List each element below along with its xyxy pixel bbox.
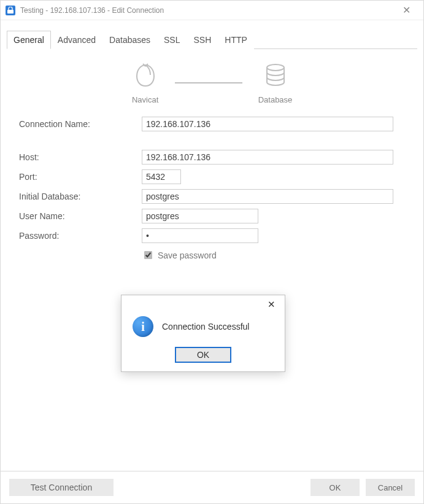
dialog-ok-button[interactable]: OK: [175, 347, 231, 363]
port-label: Port:: [19, 172, 142, 182]
cancel-button[interactable]: Cancel: [366, 479, 415, 496]
tab-ssh[interactable]: SSH: [187, 31, 218, 49]
password-label: Password:: [19, 231, 142, 241]
tab-bar: General Advanced Databases SSL SSH HTTP: [7, 30, 417, 48]
dialog-close-button[interactable]: ✕: [263, 296, 280, 313]
connection-form: Connection Name: Host: Port: Initial Dat…: [7, 117, 417, 261]
host-input[interactable]: [142, 150, 393, 165]
user-name-input[interactable]: [142, 209, 258, 223]
app-icon: [6, 6, 15, 15]
save-password-label: Save password: [158, 250, 217, 260]
window-title: Testing - 192.168.107.136 - Edit Connect…: [20, 6, 164, 15]
host-label: Host:: [19, 152, 142, 162]
diagram-node-database: Database: [258, 61, 293, 104]
dialog-message: Connection Successful: [162, 322, 249, 331]
tab-advanced[interactable]: Advanced: [51, 31, 102, 49]
initial-database-label: Initial Database:: [19, 192, 142, 201]
connection-name-label: Connection Name:: [19, 119, 142, 129]
tab-panel-general: Navicat Database: [7, 48, 417, 471]
diagram-left-label: Navicat: [132, 95, 158, 104]
diagram-connector-line: [175, 82, 242, 83]
initial-database-input[interactable]: [142, 189, 393, 204]
tab-ssl[interactable]: SSL: [157, 31, 187, 49]
tab-general[interactable]: General: [7, 31, 51, 49]
diagram-node-navicat: Navicat: [132, 61, 159, 104]
test-connection-button[interactable]: Test Connection: [9, 479, 114, 496]
ok-button[interactable]: OK: [310, 479, 360, 496]
tab-databases[interactable]: Databases: [102, 31, 157, 49]
connection-diagram: Navicat Database: [7, 61, 417, 104]
content-area: General Advanced Databases SSL SSH HTTP: [1, 20, 423, 471]
password-input[interactable]: [142, 228, 258, 243]
message-dialog: ✕ Connection Successful OK: [121, 295, 285, 372]
titlebar: Testing - 192.168.107.136 - Edit Connect…: [1, 1, 423, 20]
info-icon: [133, 316, 153, 337]
edit-connection-window: Testing - 192.168.107.136 - Edit Connect…: [0, 0, 424, 504]
footer: Test Connection OK Cancel: [1, 471, 423, 503]
save-password-checkbox[interactable]: [144, 251, 152, 259]
navicat-icon: [132, 61, 159, 90]
dialog-titlebar: ✕: [121, 295, 285, 314]
database-icon: [262, 61, 289, 90]
diagram-right-label: Database: [258, 95, 293, 104]
connection-name-input[interactable]: [142, 117, 393, 131]
svg-rect-0: [7, 10, 13, 14]
user-name-label: User Name:: [19, 211, 142, 221]
tab-http[interactable]: HTTP: [218, 31, 254, 49]
port-input[interactable]: [142, 169, 181, 184]
window-close-button[interactable]: ✕: [394, 1, 418, 20]
svg-point-1: [267, 64, 284, 71]
